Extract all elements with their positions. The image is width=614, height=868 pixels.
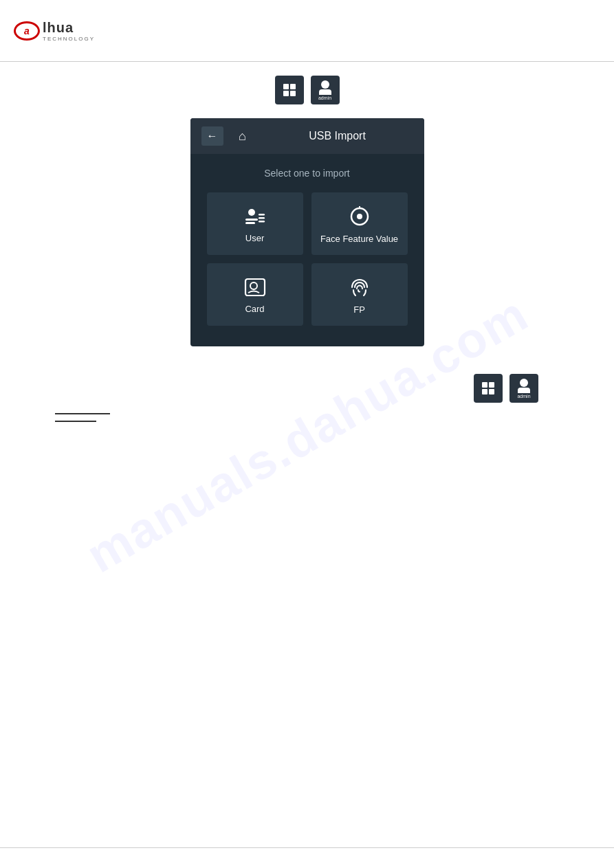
- panel-title: USB Import: [262, 130, 413, 142]
- svg-rect-4: [259, 217, 265, 219]
- svg-point-0: [248, 209, 255, 216]
- logo-text: lhua TECHNOLOGY: [43, 20, 95, 42]
- admin-button-bottom[interactable]: admin: [509, 374, 538, 403]
- logo-symbol: a: [24, 25, 30, 36]
- svg-point-7: [357, 214, 362, 219]
- face-feature-icon: [349, 206, 370, 227]
- bottom-section: admin: [14, 374, 600, 425]
- svg-rect-3: [259, 214, 265, 216]
- card-icon: [244, 278, 266, 297]
- logo-sub-text: TECHNOLOGY: [43, 36, 95, 42]
- bottom-line-2: [55, 421, 96, 422]
- card-option-label: Card: [245, 304, 264, 314]
- logo-main-text: lhua: [43, 20, 95, 36]
- admin-icon: [319, 80, 331, 95]
- bottom-icon-buttons: admin: [474, 374, 538, 403]
- fp-option-label: FP: [353, 304, 365, 315]
- usb-import-panel: ← ⌂ USB Import Select one to import: [190, 118, 424, 346]
- logo: a lhua TECHNOLOGY: [14, 20, 95, 42]
- svg-rect-9: [245, 279, 265, 296]
- bottom-bar: [0, 847, 614, 868]
- admin-button-top[interactable]: admin: [311, 76, 340, 104]
- home-icon: ⌂: [239, 129, 246, 144]
- user-list-icon: [245, 207, 265, 226]
- logo-oval: a: [14, 21, 40, 41]
- user-option-button[interactable]: User: [207, 192, 303, 255]
- svg-point-10: [250, 282, 257, 289]
- face-feature-option-label: Face Feature Value: [320, 234, 398, 244]
- grid-menu-button-bottom[interactable]: [474, 374, 503, 403]
- top-icon-buttons: admin: [275, 76, 340, 104]
- admin-label-bottom: admin: [517, 394, 530, 399]
- card-option-button[interactable]: Card: [207, 263, 303, 326]
- bottom-lines-area: [55, 413, 110, 425]
- main-content: admin ← ⌂ USB Import Select one to impor…: [0, 62, 614, 847]
- grid-icon: [283, 84, 296, 96]
- fp-option-button[interactable]: FP: [311, 263, 408, 326]
- home-button[interactable]: ⌂: [232, 126, 254, 146]
- svg-rect-2: [245, 222, 255, 224]
- top-bar: a lhua TECHNOLOGY: [0, 0, 614, 62]
- face-feature-option-button[interactable]: Face Feature Value: [311, 192, 408, 255]
- svg-rect-5: [259, 221, 265, 223]
- admin-icon-bottom: [518, 379, 530, 393]
- select-prompt: Select one to import: [207, 168, 408, 179]
- import-options-grid: User Face Feature Value: [207, 192, 408, 326]
- admin-label-top: admin: [318, 96, 331, 100]
- bottom-line-1: [55, 413, 110, 414]
- grid-menu-button-top[interactable]: [275, 76, 304, 104]
- back-button[interactable]: ←: [201, 126, 223, 146]
- svg-rect-1: [245, 219, 258, 221]
- panel-header: ← ⌂ USB Import: [190, 118, 424, 154]
- panel-body: Select one to import User: [190, 154, 424, 346]
- grid-icon-bottom: [482, 382, 494, 394]
- user-option-label: User: [245, 233, 264, 243]
- fingerprint-icon: [349, 277, 370, 298]
- back-arrow-icon: ←: [207, 130, 218, 142]
